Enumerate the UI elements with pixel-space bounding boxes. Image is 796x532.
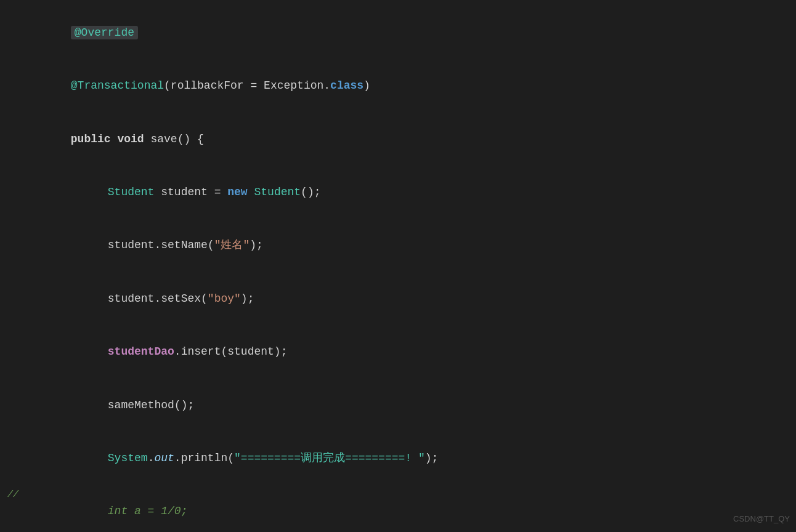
line-text: @Transactional(rollbackFor = Exception.c… — [31, 59, 784, 112]
line-text: studentDao.insert(student); — [31, 325, 784, 378]
line-setname: student.setName("姓名"); — [0, 219, 796, 272]
line-text: @Override — [31, 6, 784, 59]
line-text: Student student = new Student(); — [31, 166, 784, 219]
code-editor: @Override @Transactional(rollbackFor = E… — [0, 0, 796, 532]
line-dao-insert: studentDao.insert(student); — [0, 325, 796, 378]
line-student-new: Student student = new Student(); — [0, 166, 796, 219]
line-println: System.out.println("=========调用完成=======… — [0, 432, 796, 485]
line-transactional1: @Transactional(rollbackFor = Exception.c… — [0, 59, 796, 112]
line-samemethod: sameMethod(); — [0, 379, 796, 432]
line-setsex: student.setSex("boy"); — [0, 272, 796, 325]
watermark-text: CSDN@TT_QY — [733, 513, 790, 526]
line-override: @Override — [0, 6, 796, 59]
gutter: // — [0, 488, 31, 502]
line-text: System.out.println("=========调用完成=======… — [31, 432, 784, 485]
line-text: int a = 1/0; — [31, 485, 784, 532]
line-commented-int: // int a = 1/0; — [0, 485, 796, 532]
line-text: student.setSex("boy"); — [31, 272, 784, 325]
line-text: public void save() { — [31, 113, 784, 166]
line-public-save: public void save() { — [0, 113, 796, 166]
line-text: sameMethod(); — [31, 379, 784, 432]
line-text: student.setName("姓名"); — [31, 219, 784, 272]
